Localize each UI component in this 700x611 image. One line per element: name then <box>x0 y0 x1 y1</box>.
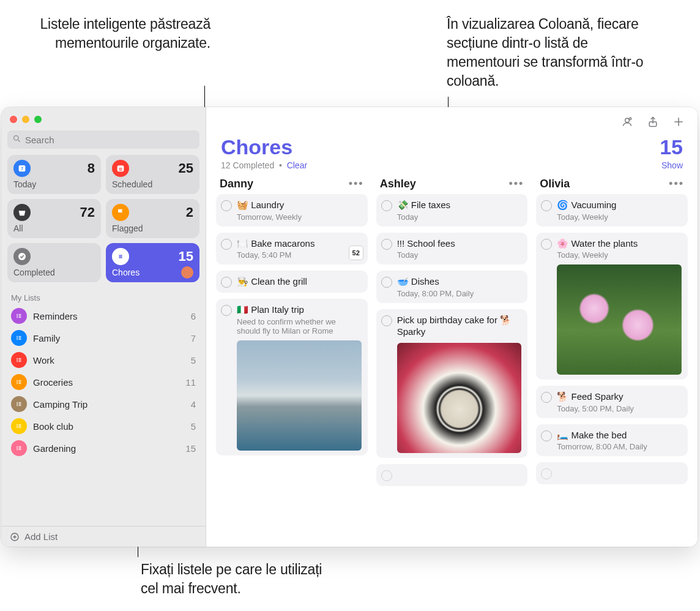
svg-point-44 <box>17 425 18 427</box>
complete-checkbox[interactable] <box>541 430 552 441</box>
smart-list-today[interactable]: 78Today <box>7 155 101 194</box>
reminder-card[interactable]: 🧺 LaundryTomorrow, Weekly <box>216 194 368 227</box>
reminder-card[interactable]: !!! School feesToday <box>376 233 528 265</box>
complete-checkbox[interactable] <box>541 239 552 250</box>
smart-list-completed[interactable]: Completed <box>7 243 101 282</box>
share-icon[interactable] <box>646 115 660 129</box>
complete-checkbox[interactable] <box>541 392 552 403</box>
minimize-window-button[interactable] <box>22 116 29 123</box>
list-item[interactable]: Book club5 <box>7 415 199 437</box>
column-menu-button[interactable]: ••• <box>669 178 684 190</box>
reminder-title: 💸 File taxes <box>397 199 522 211</box>
add-reminder-icon[interactable] <box>672 115 685 129</box>
all-icon <box>13 204 31 221</box>
new-reminder-placeholder[interactable] <box>376 464 528 486</box>
reminder-title: 👨‍🍳 Clean the grill <box>237 276 362 288</box>
my-lists-header: My Lists <box>7 288 199 305</box>
list-name: Camping Trip <box>33 399 185 410</box>
search-input[interactable] <box>25 135 195 145</box>
reminder-card[interactable]: 💸 File taxesToday <box>376 194 528 227</box>
smart-list-flagged[interactable]: 2Flagged <box>106 199 199 238</box>
search-field[interactable] <box>7 130 199 149</box>
reminder-card[interactable]: 🌸 Water the plantsToday, Weekly <box>536 233 688 380</box>
smart-list-scheduled[interactable]: 25Scheduled <box>106 155 199 194</box>
list-subheader: 12 Completed • Clear Show <box>206 160 698 175</box>
reminder-meta: Today, Weekly <box>557 250 682 260</box>
reminder-meta: Tomorrow, 8:00 AM, Daily <box>557 442 682 451</box>
complete-checkbox[interactable] <box>221 305 232 316</box>
reminder-card[interactable]: 🌀 VacuumingToday, Weekly <box>536 194 688 227</box>
reminder-meta: Today, 8:00 PM, Daily <box>397 289 522 298</box>
reminder-meta: Today, Weekly <box>557 212 682 222</box>
complete-checkbox[interactable] <box>381 277 392 288</box>
complete-checkbox[interactable] <box>541 468 552 479</box>
list-name: Book club <box>33 421 185 432</box>
list-name: Groceries <box>33 377 179 388</box>
complete-checkbox[interactable] <box>381 315 392 326</box>
reminder-meta: Need to confirm whether we should fly to… <box>237 317 362 335</box>
reminder-title: 🇮🇹 Plan Italy trip <box>237 304 362 316</box>
reminder-card[interactable]: Pick up birthday cake for 🐕 Sparky <box>376 309 528 458</box>
svg-point-31 <box>17 380 18 381</box>
reminder-meta: Today <box>397 212 522 222</box>
column: Olivia•••🌀 VacuumingToday, Weekly🌸 Water… <box>536 175 688 547</box>
reminder-card[interactable]: 🥣 DishesToday, 8:00 PM, Daily <box>376 271 528 303</box>
reminder-card[interactable]: 🍽️ Bake macaronsToday, 5:40 PM52 <box>216 233 368 265</box>
completed-count: 12 Completed <box>221 160 274 170</box>
list-item[interactable]: Groceries11 <box>7 371 199 393</box>
complete-checkbox[interactable] <box>221 239 232 250</box>
smart-label: All <box>13 223 23 233</box>
column-header: Danny••• <box>216 175 368 194</box>
callout-pin-lists: Fixați listele pe care le utilizați cel … <box>141 560 330 598</box>
close-window-button[interactable] <box>10 116 17 123</box>
complete-checkbox[interactable] <box>221 200 232 211</box>
list-item[interactable]: Camping Trip4 <box>7 393 199 415</box>
complete-checkbox[interactable] <box>381 200 392 211</box>
collaborate-icon[interactable] <box>620 115 634 129</box>
new-reminder-placeholder[interactable] <box>536 462 688 484</box>
complete-checkbox[interactable] <box>381 239 392 250</box>
smart-count: 25 <box>179 160 193 176</box>
clear-completed-button[interactable]: Clear <box>287 160 307 170</box>
smart-count: 2 <box>186 204 193 220</box>
add-list-button[interactable]: Add List <box>1 526 206 547</box>
list-item[interactable]: Family7 <box>7 327 199 349</box>
column: Ashley•••💸 File taxesToday!!! School fee… <box>376 175 528 547</box>
list-item[interactable]: Work5 <box>7 349 199 371</box>
svg-point-37 <box>17 402 18 403</box>
list-count: 15 <box>185 443 196 454</box>
complete-checkbox[interactable] <box>381 470 392 481</box>
smart-label: Today <box>13 179 36 189</box>
svg-point-50 <box>17 448 18 449</box>
add-list-label: Add List <box>24 531 58 542</box>
list-item[interactable]: Gardening15 <box>7 437 199 459</box>
reminder-title: 🍽️ Bake macarons <box>237 238 362 250</box>
smart-list-chores[interactable]: 15Chores <box>106 243 199 282</box>
svg-text:7: 7 <box>21 167 23 171</box>
smart-list-all[interactable]: 72All <box>7 199 101 238</box>
reminder-card[interactable]: 🐕 Feed SparkyToday, 5:00 PM, Daily <box>536 386 688 418</box>
sidebar: 78Today25Scheduled72All2FlaggedCompleted… <box>1 107 206 547</box>
reminder-card[interactable]: 👨‍🍳 Clean the grill <box>216 271 368 293</box>
complete-checkbox[interactable] <box>221 277 232 288</box>
show-completed-button[interactable]: Show <box>661 160 683 170</box>
fullscreen-window-button[interactable] <box>34 116 42 123</box>
window-controls <box>7 113 199 130</box>
svg-point-14 <box>17 315 18 317</box>
column-menu-button[interactable]: ••• <box>508 178 524 190</box>
svg-point-38 <box>17 403 18 405</box>
main-panel: Chores 15 12 Completed • Clear Show Dann… <box>206 107 698 547</box>
list-name: Gardening <box>33 443 179 454</box>
reminder-card[interactable]: 🇮🇹 Plan Italy tripNeed to confirm whethe… <box>216 299 368 455</box>
svg-point-43 <box>17 424 18 425</box>
reminder-meta: Today, 5:40 PM <box>237 250 362 260</box>
reminder-title: 🥣 Dishes <box>397 276 522 288</box>
list-icon <box>11 374 27 390</box>
reminder-card[interactable]: 🛏️ Make the bedTomorrow, 8:00 AM, Daily <box>536 424 688 457</box>
column-name: Danny <box>220 178 253 190</box>
list-item[interactable]: Reminders6 <box>7 305 199 327</box>
search-icon <box>12 134 21 145</box>
complete-checkbox[interactable] <box>541 200 552 211</box>
reminder-image <box>557 264 682 375</box>
column-menu-button[interactable]: ••• <box>349 178 364 190</box>
